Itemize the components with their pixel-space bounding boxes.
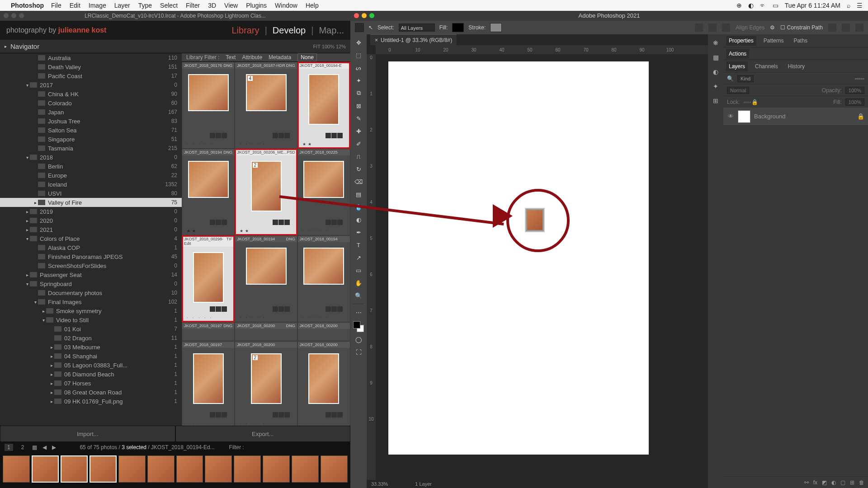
grid-thumbnail[interactable]: JKOST_2018_00194-E★★ <box>297 62 350 149</box>
folder-row[interactable]: ▸06 Diamond Beach1 <box>0 370 182 379</box>
move-tool-icon[interactable]: ✥ <box>353 37 364 48</box>
grid-thumbnail[interactable]: JKOST_2018_002002· · · · · <box>235 341 297 426</box>
grid-thumbnail[interactable]: JKOST_2018_00194· · · · · <box>297 235 350 322</box>
select-dropdown[interactable]: All Layers <box>399 23 435 32</box>
opacity-field[interactable]: 100% <box>845 87 864 94</box>
screenmode-icon[interactable]: ⛶ <box>353 347 364 357</box>
module-library[interactable]: Library <box>231 25 259 36</box>
filmstrip-thumb[interactable] <box>205 455 232 483</box>
color-swatch[interactable] <box>353 321 364 332</box>
window-layout-2[interactable]: 2 <box>19 444 27 451</box>
marquee-tool-icon[interactable]: ⬚ <box>353 50 364 61</box>
menu-layer[interactable]: Layer <box>114 2 130 9</box>
folder-row[interactable]: ▸09 HK 01769_Full.png1 <box>0 397 182 406</box>
crop-tool-icon[interactable]: ⧉ <box>353 88 364 99</box>
folder-row[interactable]: ▸20210 <box>0 225 182 234</box>
fill-swatch[interactable] <box>452 23 464 32</box>
wand-tool-icon[interactable]: ✦ <box>353 75 364 86</box>
link-layers-icon[interactable]: ⚯ <box>804 479 809 486</box>
grid-thumbnail[interactable]: JKOST_2018_00194DNG· · · · · <box>235 235 297 322</box>
dodge-tool-icon[interactable]: ◐ <box>353 214 364 225</box>
shape-tool-icon[interactable]: ▭ <box>353 265 364 276</box>
folder-row[interactable]: Joshua Tree83 <box>0 117 182 126</box>
folder-row[interactable]: Tasmania215 <box>0 144 182 153</box>
menu-edit[interactable]: Edit <box>70 2 80 9</box>
visibility-icon[interactable]: 👁 <box>727 113 734 120</box>
folder-row[interactable]: Finished Panoramas JPEGS45 <box>0 252 182 261</box>
filter-text[interactable]: Text <box>226 54 236 61</box>
share-icon[interactable] <box>855 23 863 32</box>
stamp-tool-icon[interactable]: ⎍ <box>353 151 364 162</box>
distribute-icon[interactable] <box>708 23 717 32</box>
menu-filter[interactable]: Filter <box>186 2 200 9</box>
wifi-icon[interactable]: ᯤ <box>760 2 766 9</box>
filter-metadata[interactable]: Metadata <box>269 54 291 61</box>
tab-channels[interactable]: Channels <box>752 61 781 71</box>
folder-row[interactable]: Salton Sea71 <box>0 126 182 135</box>
grid-tiny-icon[interactable]: ▦ <box>32 444 37 450</box>
grid-thumbnail[interactable]: JKOST_2018_00298-EditTIF· · · · · <box>182 235 235 322</box>
folder-row[interactable]: ▾20170 <box>0 80 182 89</box>
blend-mode-dropdown[interactable]: Normal <box>727 87 749 94</box>
move-tool-icon[interactable]: ↖ <box>368 24 373 31</box>
new-layer-icon[interactable]: ⊞ <box>850 479 854 486</box>
menu-plugins[interactable]: Plugins <box>246 2 267 9</box>
grid-thumbnail[interactable]: JKOST_2018_00200 <box>297 322 350 341</box>
clock[interactable]: Tue Apr 6 11:24 AM <box>785 2 840 9</box>
path-select-icon[interactable]: ↗ <box>353 252 364 263</box>
folder-row[interactable]: Berlin62 <box>0 162 182 171</box>
filmstrip-thumb[interactable] <box>90 455 117 483</box>
search-icon[interactable] <box>828 23 836 32</box>
folder-row[interactable]: ▾Video to Still1 <box>0 315 182 324</box>
folder-row[interactable]: Japan167 <box>0 108 182 117</box>
control-center-icon[interactable]: ☰ <box>857 2 863 9</box>
filmstrip-thumb[interactable] <box>263 455 290 483</box>
folder-row[interactable]: ▾Springboard0 <box>0 279 182 288</box>
edit-toolbar-icon[interactable]: ⋯ <box>353 307 364 318</box>
menu-select[interactable]: Select <box>160 2 178 9</box>
fill-adjust-icon[interactable]: ◐ <box>831 479 836 486</box>
canvas-area[interactable]: ×Untitled-1 @ 33.3% (RGB/8#) 01020304050… <box>367 34 708 488</box>
type-tool-icon[interactable]: T <box>353 239 364 250</box>
grid-thumbnail[interactable]: JKOST_2018_00225· · · · · <box>297 149 350 235</box>
folder-row[interactable]: ▸Passenger Seat14 <box>0 270 182 279</box>
filmstrip-thumb[interactable] <box>176 455 203 483</box>
battery-icon[interactable]: ▭ <box>773 2 778 9</box>
menubar-icon[interactable]: ⊕ <box>736 2 742 9</box>
folder-row[interactable]: ▸03 Melbourne1 <box>0 343 182 352</box>
folder-row[interactable]: ▸20190 <box>0 207 182 216</box>
filmstrip-thumb[interactable] <box>118 455 146 483</box>
filmstrip-thumb[interactable] <box>321 455 348 483</box>
styles-panel-icon[interactable]: ✦ <box>711 81 721 91</box>
next-icon[interactable]: ▶ <box>52 444 56 450</box>
prev-icon[interactable]: ◀ <box>42 444 47 450</box>
folder-row[interactable]: ScreenShotsForSlides0 <box>0 261 182 270</box>
menu-image[interactable]: Image <box>89 2 106 9</box>
zoom-tool-icon[interactable]: 🔍 <box>353 290 364 301</box>
blur-tool-icon[interactable]: 💧 <box>353 202 364 212</box>
document-tab[interactable]: ×Untitled-1 @ 33.3% (RGB/8#) <box>370 34 457 45</box>
grid-thumbnail[interactable]: JKOST_2018_00206_ME...PSD2★★ <box>235 149 297 235</box>
tab-layers[interactable]: Layers <box>726 61 748 71</box>
module-map[interactable]: Map... <box>319 25 344 36</box>
filmstrip-thumb[interactable] <box>3 455 30 483</box>
fx-icon[interactable]: fx <box>813 479 817 486</box>
folder-row[interactable]: ▸20200 <box>0 216 182 225</box>
tab-history[interactable]: History <box>785 61 807 71</box>
layer-filter-kind[interactable]: Kind <box>737 75 754 82</box>
heal-tool-icon[interactable]: ✚ <box>353 126 364 136</box>
module-develop[interactable]: Develop <box>273 25 306 36</box>
folder-row[interactable]: Documentary photos10 <box>0 288 182 297</box>
filmstrip-thumb[interactable] <box>292 455 319 483</box>
filmstrip[interactable] <box>0 453 350 488</box>
grid-thumbnail[interactable]: JKOST_2018_00200· · · · · <box>297 341 350 426</box>
export-button[interactable]: Export... <box>175 426 351 442</box>
folder-row[interactable]: 01 Koi7 <box>0 324 182 333</box>
filmstrip-thumb[interactable] <box>234 455 261 483</box>
menu-help[interactable]: Help <box>306 2 319 9</box>
filter-attribute[interactable]: Attribute <box>242 54 262 61</box>
navigator-panel-header[interactable]: ▸Navigator FIT 100% 12% <box>0 40 350 53</box>
folder-row[interactable]: Pacific Coast17 <box>0 71 182 80</box>
layer-name[interactable]: Background <box>754 113 785 120</box>
eyedropper-tool-icon[interactable]: ✎ <box>353 113 364 124</box>
